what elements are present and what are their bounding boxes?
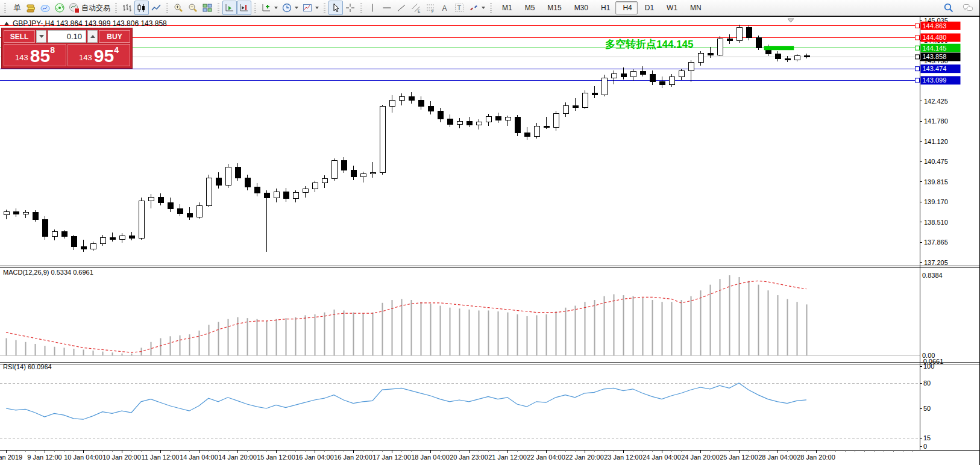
macd-signal-line [6,281,806,352]
volume-increase-button[interactable] [87,30,98,43]
buy-button[interactable]: BUY [99,30,130,43]
dropdown-arrow-icon[interactable] [482,7,485,9]
candle-body [351,170,356,176]
trendline-button[interactable] [394,1,409,15]
candle-body [438,111,443,119]
candle-body [148,197,154,201]
dropdown-arrow-icon[interactable] [315,7,319,9]
candle-body [110,237,115,240]
chat-button[interactable] [961,1,975,15]
triangle-up-icon [90,35,95,38]
horizontal-line-button[interactable] [380,1,394,15]
templates-button[interactable] [300,1,321,15]
line-chart-button[interactable] [149,1,163,15]
timeframe-m30[interactable]: M30 [567,1,594,14]
timeframe-m15[interactable]: M15 [540,1,567,14]
line-anchor-marker[interactable] [916,67,920,71]
arrows-button[interactable] [466,1,487,15]
price-badge-label: 144.145 [923,45,947,52]
equidistant-channel-button[interactable]: E [409,1,423,15]
cursor-button[interactable] [328,1,343,15]
rsi-axis-label: 100 [923,363,934,370]
periods-button[interactable] [280,1,300,15]
candle-body [688,63,694,71]
green-trend-segment[interactable] [764,46,794,50]
candle-body [283,192,289,198]
toolbar-grip[interactable] [4,3,6,13]
ask-prefix: 143 [79,53,92,62]
volume-decrease-button[interactable] [36,30,46,43]
line-anchor-marker[interactable] [916,46,920,50]
toolbar-grip[interactable] [490,3,492,13]
volume-input[interactable]: 0.10 [48,30,86,43]
chart-shift-icon [239,2,250,13]
price-tick-label: 142.425 [924,98,948,105]
candle-body [129,236,134,238]
bid-price-button[interactable]: 143 85 8 [4,44,66,66]
toolbar-grip[interactable] [324,3,325,13]
auto-scroll-button[interactable] [222,1,237,15]
rsi-indicator-label: RSI(14) 60.0964 [3,363,52,370]
line-anchor-marker[interactable] [916,23,920,28]
text-button[interactable]: A [438,1,452,15]
candle-body [785,58,790,60]
dropdown-arrow-icon[interactable] [295,7,298,9]
zoom-in-button[interactable] [171,1,186,15]
fibonacci-button[interactable]: F [423,1,438,15]
toolbar-grip[interactable] [166,3,168,13]
candle-body [331,161,337,179]
line-anchor-marker[interactable] [916,55,920,59]
time-axis-label: 28 Jan 20:00 [797,454,835,461]
toolbar-group: M1M5M15M30H1H4D1W1MN [487,0,707,16]
timeframe-m5[interactable]: M5 [518,1,541,14]
zoom-out-button[interactable] [186,1,200,15]
market-watch-button[interactable] [24,1,38,15]
price-tick-label: 141.780 [924,117,948,125]
candle-body [418,101,424,107]
tile-windows-icon [202,2,213,13]
autotrading-button[interactable]: 自动交易 [67,1,112,15]
toolbar-grip[interactable] [360,3,362,13]
toolbar-grip[interactable] [115,3,117,13]
ask-price-button[interactable]: 143 95 4 [68,44,130,66]
timeframe-m1[interactable]: M1 [495,1,518,14]
candle-body [486,117,491,122]
time-axis-label: 8 Jan 2019 [0,454,22,461]
bar-chart-button[interactable] [120,1,134,15]
timeframe-d1[interactable]: D1 [638,1,659,14]
candlestick-chart-button[interactable] [134,1,149,15]
timeframe-mn[interactable]: MN [683,1,707,14]
svg-text:F: F [432,9,434,13]
navigator-button[interactable] [52,1,67,15]
new-order-button[interactable]: 单 [9,1,24,15]
indicators-button[interactable] [259,1,280,15]
timeframe-h4[interactable]: H4 [615,1,637,14]
line-anchor-marker[interactable] [916,78,920,83]
cursor-icon [330,2,341,13]
crosshair-button[interactable] [343,1,357,15]
text-label-button[interactable]: T [452,1,466,15]
candle-body [804,55,809,57]
candle-body [611,73,617,78]
bar-chart-icon [122,2,133,13]
tile-windows-button[interactable] [200,1,215,15]
vertical-line-button[interactable] [365,1,380,15]
chart-shift-marker[interactable] [788,19,794,22]
line-anchor-marker[interactable] [916,36,920,40]
chart-shift-button[interactable] [237,1,251,15]
data-window-button[interactable] [38,1,52,15]
chart-annotation-text[interactable]: 多空转折点144.145 [605,37,693,51]
sell-button[interactable]: SELL [4,30,35,43]
toolbar-grip[interactable] [254,3,256,13]
candle-body [708,53,713,55]
timeframe-h1[interactable]: H1 [594,1,615,14]
toolbar-grip[interactable] [218,3,219,13]
candle-body [42,219,48,236]
search-button[interactable] [941,1,956,15]
collapse-triangle-icon[interactable] [4,22,9,25]
data-window-icon [40,2,51,13]
timeframe-w1[interactable]: W1 [659,1,683,14]
time-axis-label: 16 Jan 04:00 [295,454,334,461]
dropdown-arrow-icon[interactable] [274,7,278,9]
candle-body [592,93,597,95]
